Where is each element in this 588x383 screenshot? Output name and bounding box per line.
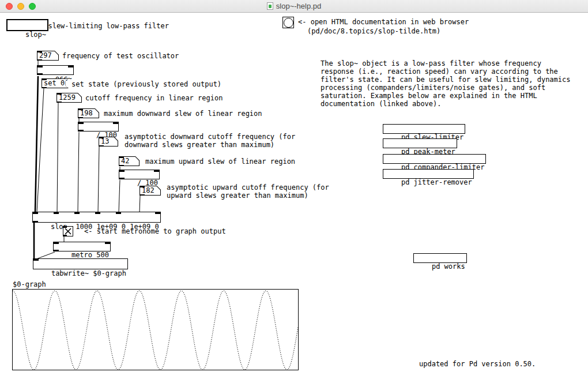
comment-asym-up-1: asymptotic upward cutoff frequency (for: [167, 183, 329, 191]
object-box-tabwrite: tabwrite~ $0-graph: [33, 258, 128, 269]
comment-description: - slew-limiting low-pass filter: [40, 22, 169, 30]
object-box-osc: osc~: [37, 65, 74, 75]
comment-asym-down-1: asymptotic downward cutoff frequency (fo…: [125, 133, 295, 141]
comment-about-1: The slop~ object is a low-pass filter wh…: [321, 59, 541, 67]
waveform-path: [13, 291, 298, 370]
comment-up-slew: maximum upward slew of linear region: [145, 157, 295, 166]
number-box-up-slew[interactable]: 42: [119, 156, 140, 166]
comment-about-2: response (i.e., reaction speed) can vary…: [321, 67, 558, 76]
titlebar: slop~-help.pd: [0, 0, 588, 13]
document-icon: [267, 2, 273, 10]
slop-title-label: slop~: [25, 31, 46, 39]
comment-doc-link-2: (pd/doc/8.topics/slop-tilde.htm): [307, 27, 440, 35]
toggle-metronome[interactable]: [63, 226, 73, 236]
number-box-asym-down[interactable]: 13: [99, 137, 118, 147]
object-box-div-up: / 100: [119, 170, 160, 179]
comment-about-4: processing (companders/limiters/noise ga…: [321, 84, 545, 92]
waveform: [13, 290, 298, 370]
pd-patch-window: slop~-help.pd slop~ - slew-limiting low-…: [0, 0, 588, 383]
comment-about-5: saturation. Examples below are explained…: [321, 92, 537, 100]
object-box-div-down: / 100: [78, 122, 119, 132]
bang-open-docs[interactable]: [282, 17, 294, 28]
number-box-down-slew[interactable]: 198: [78, 108, 99, 118]
message-box-set-state[interactable]: set 0: [42, 78, 69, 88]
comment-about-3: filter's state. It can be useful for sle…: [321, 76, 570, 84]
subpatch-slew-limiter[interactable]: pd slew-limiter: [383, 124, 465, 134]
comment-version: updated for Pd version 0.50.: [419, 360, 536, 368]
number-box-asym-up[interactable]: 182: [140, 186, 161, 196]
zoom-button[interactable]: [29, 3, 36, 10]
array-graph: [12, 289, 299, 370]
comment-asym-up-2: upward slews greater than maximum): [167, 191, 308, 200]
comment-frequency: frequency of test oscillator: [62, 52, 179, 60]
comment-set-state: set state (previously stored output): [71, 80, 221, 88]
subpatch-peak-meter[interactable]: pd peak-meter: [383, 138, 457, 148]
window-title: slop~-help.pd: [276, 2, 321, 10]
comment-doc-link-1: <- open HTML documentation in web browse…: [298, 18, 469, 26]
number-box-cutoff[interactable]: 1259: [56, 93, 82, 103]
subpatch-compander-limiter[interactable]: pd compander-limiter: [383, 154, 486, 164]
comment-about-6: documentation (linked above).: [321, 100, 442, 108]
object-box-slop-title: slop~: [6, 19, 48, 31]
minimize-button[interactable]: [17, 3, 24, 10]
subpatch-works[interactable]: pd works: [413, 253, 467, 263]
comment-cutoff: cutoff frequency in linear region: [85, 94, 223, 102]
object-box-metro: metro 500: [53, 242, 111, 251]
subpatch-jitter-remover[interactable]: pd jitter-remover: [383, 169, 474, 179]
comment-down-slew: maximum downward slew of linear region: [104, 110, 262, 118]
close-button[interactable]: [6, 3, 13, 10]
comment-asym-down-2: downward slews greater than maximum): [125, 141, 274, 149]
number-box-frequency[interactable]: 297: [37, 51, 59, 61]
object-box-slop: slop~ 1000 1e+09 0 1e+09 0: [32, 212, 161, 223]
